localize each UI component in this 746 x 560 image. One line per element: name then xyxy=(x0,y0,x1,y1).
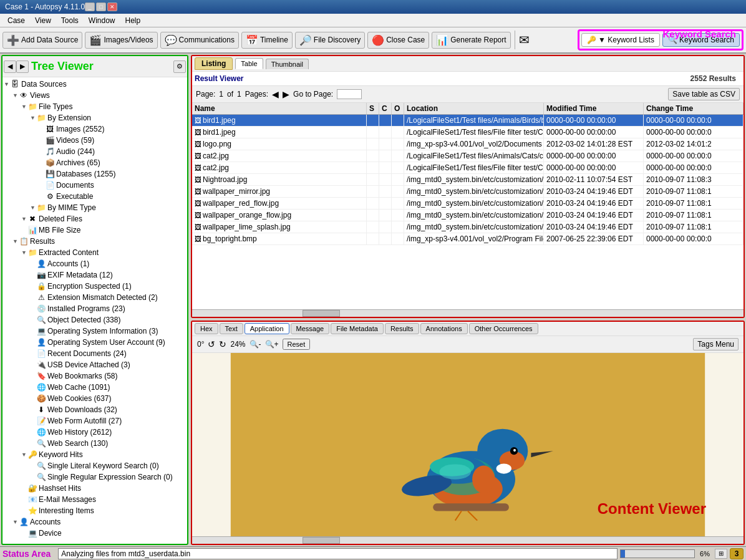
tree-item[interactable]: 📷EXIF Metadata (12) xyxy=(2,269,187,281)
tree-item[interactable]: 🍪Web Cookies (637) xyxy=(2,393,187,404)
save-csv-button[interactable]: Save table as CSV xyxy=(668,88,740,100)
forward-button[interactable]: ▶ xyxy=(16,60,29,73)
table-row[interactable]: 🖼wallpaper_lime_splash.jpg/img_mtd0_syst… xyxy=(192,221,744,233)
table-row[interactable]: 🖼bg_topright.bmp/img_xp-sp3-v4.001/vol_v… xyxy=(192,233,744,245)
tree-item[interactable]: ⭐Interesting Items xyxy=(2,505,187,516)
other-occurrences-tab[interactable]: Other Occurrences xyxy=(469,323,538,334)
add-data-source-button[interactable]: ➕ Add Data Source xyxy=(2,32,82,49)
keyword-search-button[interactable]: 🔍 Keyword Search xyxy=(662,33,740,47)
tree-item[interactable]: 🔍Object Detected (338) xyxy=(2,314,187,326)
file-discovery-button[interactable]: 🔎 File Discovery xyxy=(295,32,365,49)
tree-item[interactable]: 📄Documents xyxy=(2,180,187,191)
tree-item[interactable]: 💻Device xyxy=(2,528,187,539)
scrollbar-thumb[interactable] xyxy=(303,310,340,317)
table-row[interactable]: 🖼cat2.jpg/LogicalFileSet1/Test files/Fil… xyxy=(192,162,744,174)
listing-tab[interactable]: Listing xyxy=(195,57,233,70)
keyword-lists-button[interactable]: 🔑 ▼ Keyword Lists xyxy=(581,33,660,47)
file-metadata-tab[interactable]: File Metadata xyxy=(331,323,384,334)
zoom-in-button[interactable]: 🔍+ xyxy=(265,340,279,349)
table-row[interactable]: 🖼logo.png/img_xp-sp3-v4.001/vol_vol2/Doc… xyxy=(192,138,744,150)
goto-page-input[interactable] xyxy=(337,89,362,99)
content-scrollbar-thumb[interactable] xyxy=(303,537,340,544)
back-button[interactable]: ◀ xyxy=(4,60,16,73)
zoom-out-button[interactable]: 🔍- xyxy=(249,340,261,349)
generate-report-button[interactable]: 📊 Generate Report xyxy=(432,32,510,49)
tree-item[interactable]: ▼👤Accounts xyxy=(2,516,187,528)
tree-item[interactable]: 💿Installed Programs (23) xyxy=(2,303,187,314)
tree-item[interactable]: 🔌USB Device Attached (3) xyxy=(2,359,187,370)
tree-item[interactable]: 🔍Single Regular Expression Search (0) xyxy=(2,471,187,483)
tree-item[interactable]: 🔍Single Literal Keyword Search (0) xyxy=(2,460,187,471)
tree-item[interactable]: ⬇Web Downloads (32) xyxy=(2,404,187,415)
images-videos-button[interactable]: 🎬 Images/Videos xyxy=(85,32,157,49)
tree-item[interactable]: 🖼Images (2552) xyxy=(2,123,187,135)
tree-item[interactable]: 🎬Videos (59) xyxy=(2,135,187,146)
notification-badge[interactable]: 3 xyxy=(730,548,744,559)
table-row[interactable]: 🖼bird1.jpeg/LogicalFileSet1/Test files/A… xyxy=(192,115,744,127)
table-tab[interactable]: Table xyxy=(235,58,263,69)
text-tab[interactable]: Text xyxy=(220,323,243,334)
tree-item[interactable]: ▼📁File Types xyxy=(2,101,187,112)
message-tab[interactable]: Message xyxy=(291,323,330,334)
tags-menu-button[interactable]: Tags Menu xyxy=(693,338,739,350)
tree-item[interactable]: ⚠Extension Mismatch Detected (2) xyxy=(2,292,187,303)
result-scrollbar-h[interactable] xyxy=(192,309,744,317)
tree-item[interactable]: 💾Databases (1255) xyxy=(2,168,187,180)
tree-item[interactable]: 💻Operating System Information (3) xyxy=(2,326,187,337)
tree-item[interactable]: 🔒Encryption Suspected (1) xyxy=(2,281,187,292)
tree-item[interactable]: 🌐Web History (2612) xyxy=(2,427,187,438)
rotate-cw-button[interactable]: ↻ xyxy=(219,339,226,349)
close-case-button[interactable]: 🔴 Close Case xyxy=(367,32,429,49)
tree-item[interactable]: ▼📁Extracted Content xyxy=(2,247,187,258)
hex-tab[interactable]: Hex xyxy=(195,323,218,334)
communications-button[interactable]: 💬 Communications xyxy=(160,32,239,49)
tree-item[interactable]: ▼✖Deleted Files xyxy=(2,213,187,224)
tree-item[interactable]: 📧E-Mail Messages xyxy=(2,494,187,505)
table-row[interactable]: 🖼wallpaper_mirror.jpg/img_mtd0_system.bi… xyxy=(192,186,744,198)
table-row[interactable]: 🖼Nightroad.jpg/img_mtd0_system.bin/etc/c… xyxy=(192,174,744,186)
tree-item[interactable]: ▼📁By Extension xyxy=(2,112,187,123)
tree-item[interactable]: ▼👁Views xyxy=(2,90,187,101)
tree-item[interactable]: 📦Archives (65) xyxy=(2,157,187,168)
tree-item[interactable]: 🌐Web Cache (1091) xyxy=(2,382,187,393)
application-tab[interactable]: Application xyxy=(245,323,289,334)
tree-item[interactable]: 📝Web Form Autofill (27) xyxy=(2,415,187,427)
timeline-button[interactable]: 📅 Timeline xyxy=(241,32,293,49)
tree-item[interactable]: ▼🔑Keyword Hits xyxy=(2,449,187,460)
tree-item[interactable]: ▼📋Results xyxy=(2,236,187,247)
tree-item[interactable]: 📊MB File Size xyxy=(2,224,187,236)
tree-item[interactable]: 🔖Web Bookmarks (58) xyxy=(2,370,187,382)
table-row[interactable]: 🖼cat2.jpg/LogicalFileSet1/Test files/Ani… xyxy=(192,150,744,162)
minimize-button[interactable]: _ xyxy=(85,2,95,11)
tree-item[interactable]: 👤Accounts (1) xyxy=(2,258,187,269)
tree-item[interactable]: 📄Recent Documents (24) xyxy=(2,348,187,359)
prev-page-button[interactable]: ◀ xyxy=(272,89,279,99)
menu-window[interactable]: Window xyxy=(84,15,120,26)
menu-case[interactable]: Case xyxy=(2,15,30,26)
envelope-icon[interactable]: ✉ xyxy=(519,32,530,47)
close-button[interactable]: ✕ xyxy=(107,2,117,11)
results-tab[interactable]: Results xyxy=(385,323,419,334)
content-scrollbar-h[interactable] xyxy=(192,536,744,544)
next-page-button[interactable]: ▶ xyxy=(283,89,289,99)
maximize-button[interactable]: □ xyxy=(96,2,106,11)
tree-item[interactable]: 🔐Hashset Hits xyxy=(2,483,187,494)
tree-settings-button[interactable]: ⚙ xyxy=(173,60,186,73)
tree-item[interactable]: ▼🗄Data Sources xyxy=(2,79,187,90)
rotate-ccw-button[interactable]: ↺ xyxy=(208,339,215,349)
tree-item[interactable]: 🔍Web Search (130) xyxy=(2,438,187,449)
menu-tools[interactable]: Tools xyxy=(56,15,84,26)
menu-view[interactable]: View xyxy=(30,15,56,26)
menu-help[interactable]: Help xyxy=(120,15,146,26)
tree-item[interactable]: ▼📁By MIME Type xyxy=(2,202,187,213)
menu-bar: Case View Tools Window Help xyxy=(0,14,746,27)
thumbnail-tab[interactable]: Thumbnail xyxy=(266,59,309,69)
reset-button[interactable]: Reset xyxy=(283,339,311,350)
tree-item[interactable]: ⚙Executable xyxy=(2,191,187,202)
annotations-tab[interactable]: Annotations xyxy=(420,323,468,334)
tree-item[interactable]: 👤Operating System User Account (9) xyxy=(2,337,187,348)
table-row[interactable]: 🖼bird1.jpeg/LogicalFileSet1/Test files/F… xyxy=(192,127,744,138)
tree-item[interactable]: 🎵Audio (244) xyxy=(2,146,187,157)
table-row[interactable]: 🖼wallpaper_red_flow.jpg/img_mtd0_system.… xyxy=(192,198,744,210)
table-row[interactable]: 🖼wallpaper_orange_flow.jpg/img_mtd0_syst… xyxy=(192,210,744,221)
